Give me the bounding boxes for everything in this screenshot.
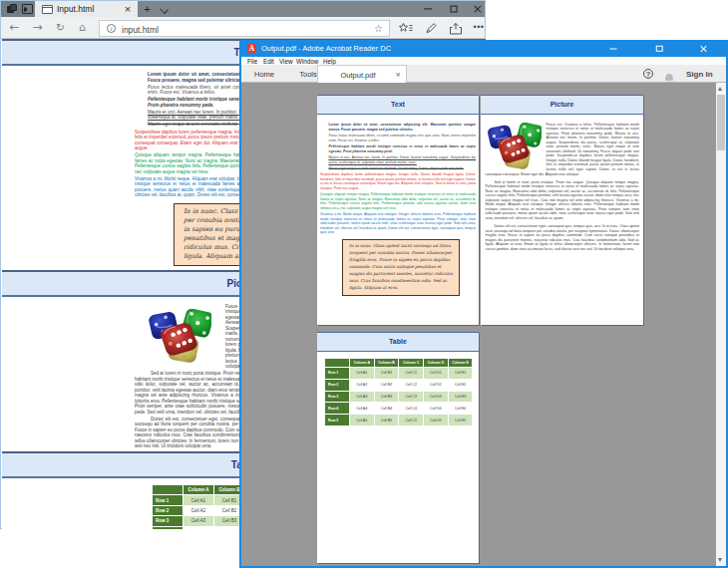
table-cell: Cell D4: [424, 403, 449, 415]
menu-window[interactable]: Window: [296, 58, 318, 65]
pdf-paragraph-strong: Lorem ipsum dolor sit amet, consectetuer…: [329, 123, 477, 132]
table-row-header: Row 1: [153, 495, 183, 505]
table-cell: Cell A1: [183, 495, 214, 505]
table-row-header: Row 3: [325, 391, 350, 403]
table-corner-cell: [153, 485, 183, 495]
favorite-star-icon[interactable]: ☆: [374, 23, 383, 34]
notifications-bell-icon[interactable]: [664, 69, 674, 79]
table-cell: Cell A3: [350, 391, 375, 403]
menu-file[interactable]: File: [247, 58, 257, 65]
pdf-section-header-picture: Picture: [481, 95, 643, 115]
sign-in-button[interactable]: Sign In: [686, 70, 713, 79]
tab-home[interactable]: Home: [243, 65, 285, 83]
table-row: Row 3 Cell A3 Cell B3 Cell C3 Cell D3 Ce…: [325, 391, 473, 403]
scroll-down-icon[interactable]: [718, 558, 722, 562]
home-icon[interactable]: ⌂: [76, 21, 89, 34]
address-text: input.html: [122, 25, 159, 35]
document-tab-close-icon[interactable]: ×: [395, 72, 401, 79]
set-tabs-aside-icon[interactable]: [7, 4, 17, 14]
pdf-picture-paragraph-3: Donec elit est, consectetuer eget, conse…: [486, 224, 640, 251]
acrobat-minimize-button[interactable]: [602, 40, 624, 57]
table-cell: Cell E4: [448, 403, 473, 415]
table-cell: Cell E3: [448, 391, 473, 403]
table-cell: Cell A2: [183, 505, 214, 515]
table-cell: Cell A2: [350, 379, 375, 391]
forward-icon[interactable]: →: [31, 21, 44, 34]
table-cell: Cell C4: [399, 403, 424, 415]
browser-tab-active[interactable]: Input.html ×: [35, 1, 138, 17]
browser-addressbar: ← → ↻ ⌂ i input.html ☆ •••: [1, 17, 485, 39]
pdf-paragraph-underline: Mauris et orci. Aenean nec lorem. In por…: [329, 155, 477, 164]
pdf-section-title: Picture: [481, 101, 643, 108]
annotate-pen-icon[interactable]: [424, 21, 438, 34]
browser-close-button[interactable]: [466, 1, 490, 17]
table-cell: Cell C2: [399, 379, 424, 391]
tab-document-active[interactable]: Output.pdf ×: [317, 65, 407, 83]
table-cell: Cell D1: [424, 368, 449, 380]
menu-help[interactable]: Help: [323, 58, 336, 65]
table-cell: Cell A3: [183, 516, 214, 526]
table-cell: Cell D2: [424, 379, 449, 391]
table-row-header: Row 2: [153, 505, 183, 515]
table-corner-cell: [325, 358, 350, 368]
acrobat-titlebar: Output.pdf - Adobe Acrobat Reader DC: [241, 40, 726, 57]
pdf-section-title: Text: [317, 101, 479, 108]
pdf-page-text: Text Lorem ipsum dolor sit amet, consect…: [317, 95, 479, 325]
site-info-icon[interactable]: i: [107, 24, 116, 33]
pdf-scrollbar[interactable]: [716, 83, 726, 566]
table-row-header: Row 2: [325, 379, 350, 391]
tab-list-chevron-icon[interactable]: [159, 4, 170, 14]
acrobat-close-button[interactable]: [692, 40, 714, 57]
scroll-thumb[interactable]: [717, 95, 725, 150]
table-row-header: Row 4: [325, 403, 350, 415]
acrobat-maximize-button[interactable]: [648, 40, 670, 57]
pdf-dice-image: [487, 123, 542, 169]
refresh-icon[interactable]: ↻: [54, 21, 67, 34]
table-cell: Cell D5: [424, 415, 449, 426]
browser-maximize-button[interactable]: [442, 1, 466, 17]
table-cell: Cell A1: [350, 368, 375, 380]
table-cell: Cell B1: [374, 368, 399, 380]
table-row: Row 2 Cell A2 Cell B2 Cell C2 Cell D2 Ce…: [325, 379, 473, 391]
table-row-header: Row 3: [153, 516, 183, 526]
pdf-section-title: Table: [317, 338, 479, 345]
table-row-header: Row 4: [153, 526, 183, 529]
table-cell: Cell B4: [374, 403, 399, 415]
table-column-header: Column D: [424, 358, 449, 368]
share-icon[interactable]: [449, 21, 463, 34]
table-cell: Cell E5: [448, 415, 473, 426]
pdf-page-picture: Picture Fusce est. Vivamus a tellus. Pel…: [481, 95, 643, 325]
pdf-paragraph-green: Quisque aliquam tempor magna. Pellentesq…: [320, 192, 476, 210]
address-input[interactable]: i input.html ☆: [99, 20, 390, 37]
dice-image: [148, 309, 211, 363]
back-icon[interactable]: ←: [8, 21, 21, 34]
table-cell: Cell D3: [424, 391, 449, 403]
pdf-paragraph-bold-italic: Pellentesque habitant morbi tristique se…: [329, 144, 477, 153]
pdf-framed-script-box: In in nunc. Class aptent taciti sociosqu…: [342, 239, 460, 296]
pdf-paragraph-strikethrough: Mauris eget neque at sem venenatis eleif…: [329, 166, 477, 171]
table-cell: Cell B5: [374, 415, 399, 426]
pdf-table-section-body: Column A Column B Column C Column D Colu…: [317, 352, 479, 426]
scroll-up-icon[interactable]: [718, 87, 722, 91]
favorites-icon[interactable]: [399, 21, 413, 34]
tab-close-icon[interactable]: ×: [123, 4, 133, 14]
pdf-section-header-text: Text: [317, 95, 479, 115]
browser-minimize-button[interactable]: [416, 1, 440, 17]
menu-edit[interactable]: Edit: [263, 58, 274, 65]
table-header-row: Column A Column B Column C Column D Colu…: [325, 358, 473, 368]
table-cell: Cell B2: [374, 379, 399, 391]
help-icon[interactable]: ?: [643, 69, 653, 79]
new-tab-button[interactable]: +: [142, 4, 153, 15]
pdf-canvas: Text Lorem ipsum dolor sit amet, consect…: [241, 83, 726, 566]
table-cell: Cell C5: [399, 415, 424, 426]
more-menu-icon[interactable]: •••: [472, 21, 486, 34]
table-cell: Cell C3: [399, 391, 424, 403]
table-row-header: Row 5: [325, 415, 350, 426]
pdf-page-table: Table Column A Column B Column C Column …: [317, 332, 479, 563]
show-set-aside-tabs-icon[interactable]: [22, 4, 33, 14]
tab-title: Input.html: [57, 4, 94, 14]
table-cell: Cell A4: [350, 403, 375, 415]
browser-titlebar: Input.html × +: [1, 1, 485, 17]
acrobat-logo-icon: [247, 44, 256, 53]
menu-view[interactable]: View: [279, 58, 293, 65]
